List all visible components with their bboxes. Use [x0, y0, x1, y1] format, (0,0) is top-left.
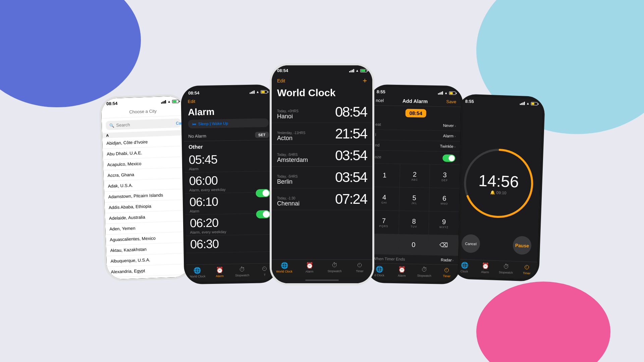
timer-icon: ⏲ [357, 262, 363, 269]
tab-stopwatch[interactable]: ⏱ Stopwatch [495, 263, 517, 275]
numpad-digit: 9 [442, 218, 446, 226]
tab-stopwatch[interactable]: ⏱ Stopwatch [413, 266, 436, 278]
numpad-key-6[interactable]: 6MNO [429, 188, 460, 212]
tab-label: Alarm [216, 274, 224, 278]
tab-stopwatch[interactable]: ⏱ Stopwatch [322, 262, 347, 273]
wc-list: Today, +0HRS Hanoi 08:54 Yesterday, -11H… [272, 101, 372, 259]
aa-time-display: 08:54 [371, 106, 461, 121]
tab-world-clock[interactable]: 🌐 World Clock [186, 266, 209, 278]
numpad-letters: ABC [411, 178, 418, 181]
tab-alarm[interactable]: ⏰ Alarm [297, 262, 322, 273]
wc-edit-btn[interactable]: Edit [277, 78, 285, 83]
aa-save-btn[interactable]: Save [446, 99, 457, 105]
phone-1-inner: 08:54 ▲ [101, 96, 191, 280]
phone-3: 08:54 ▲ [270, 63, 374, 285]
wc-time: 21:54 [335, 126, 367, 142]
phone-4-screen: 8:55 ▲ [368, 86, 461, 283]
tab-alarm[interactable]: ⏰ Alarm [475, 262, 496, 274]
search-bar[interactable]: 🔍 Can [106, 118, 181, 130]
toggle-thumb [263, 211, 269, 218]
tab-timer[interactable]: ⏲ Timer [435, 266, 458, 278]
numpad-key-3[interactable]: 3DEF [430, 165, 460, 188]
aa-title: Add Alarm [402, 98, 428, 104]
numpad-digit: 3 [443, 171, 447, 179]
tab-timer[interactable]: ⏲ Timer [516, 263, 537, 276]
search-input[interactable] [116, 121, 172, 128]
phone-4: 8:55 ▲ [366, 84, 463, 285]
signal-bar-4 [165, 100, 166, 103]
signal-icon [438, 91, 443, 95]
aa-setting-sound[interactable]: nd Twinkle › [370, 140, 461, 152]
phone-2-status-icons: ▲ [250, 90, 267, 94]
alarm-edit-btn[interactable]: Edit [188, 99, 196, 104]
alarm-icon: ⏰ [216, 266, 223, 274]
numpad-key-9[interactable]: 9WXYZ [429, 212, 459, 235]
timer-ring-container: 14:56 🔔 09:10 [461, 145, 537, 222]
snooze-toggle[interactable] [442, 154, 455, 162]
aa-sound-label: nd [375, 143, 380, 147]
set-btn[interactable]: SET [255, 132, 269, 138]
phone-3-inner: 08:54 ▲ [272, 65, 372, 283]
globe-icon: 🌐 [194, 267, 201, 274]
phone-4-time: 8:55 [377, 89, 385, 94]
city-header-title: Choose a City [129, 109, 157, 115]
phone-1: 08:54 ▲ [99, 94, 192, 282]
battery-fill [261, 91, 265, 93]
cancel-timer-btn[interactable]: Cancel [461, 234, 480, 253]
phone-5-screen: 8:55 ▲ [454, 96, 543, 280]
globe-icon: 🌐 [281, 262, 288, 269]
numpad-key-5[interactable]: 5JKL [399, 187, 429, 211]
phones-container: 08:54 ▲ [0, 0, 644, 362]
wc-add-btn[interactable]: + [363, 76, 367, 85]
numpad-key-2[interactable]: 2ABC [400, 164, 430, 188]
aa-cancel-btn[interactable]: ncel [376, 98, 384, 103]
phone-2-time: 08:54 [188, 90, 200, 96]
aa-current-time: 08:54 [405, 109, 426, 117]
numpad-key-8[interactable]: 8TUV [399, 211, 429, 235]
tab-world-clock[interactable]: 🌐 World Clock [272, 262, 297, 273]
alarm-row-3[interactable]: 06:20 Alarm, every weekday [185, 214, 275, 236]
numpad-digit: 6 [442, 194, 446, 202]
signal-bar-1 [161, 102, 162, 104]
signal-bar-3 [164, 101, 165, 103]
chevron-right-icon: › [454, 145, 456, 148]
tab-bar: 🌐 Clock ⏰ Alarm ⏱ Stopwatch ⏲ Timer [454, 259, 538, 280]
wc-time: 03:54 [335, 169, 367, 185]
aa-setting-snooze[interactable]: oze [370, 150, 460, 165]
wifi-icon: ▲ [167, 100, 171, 103]
tab-alarm[interactable]: ⏰ Alarm [390, 266, 413, 278]
numpad-digit: 2 [413, 170, 417, 178]
aa-setting-label-row[interactable]: l Alarm › [370, 130, 461, 142]
battery-icon [172, 100, 179, 103]
numpad-key-0[interactable]: 0 [398, 234, 429, 255]
alarm-icon: ⏰ [398, 266, 406, 273]
wc-city: Berlin [277, 178, 298, 185]
battery-icon [531, 102, 538, 106]
tab-bar: 🌐 World Clock ⏰ Alarm ⏱ Stopwatch ⏲ Time… [272, 259, 372, 277]
numpad-key-delete[interactable]: ⌫ [429, 235, 459, 256]
wc-left: Today, -5HRS Amsterdam [277, 153, 308, 164]
timer-icon: ⏲ [262, 265, 268, 273]
signal-icon [161, 100, 166, 104]
tab-timer[interactable]: ⏲ Timer [347, 262, 372, 273]
stopwatch-icon: ⏱ [332, 262, 338, 269]
alarm-row-0[interactable]: 05:45 Alarm [184, 150, 274, 173]
globe-icon: 🌐 [376, 265, 383, 273]
alarm-icon: ⏰ [481, 262, 489, 270]
phone-3-time: 08:54 [277, 68, 288, 73]
pause-timer-btn[interactable]: Pause [513, 236, 532, 255]
wc-item-1: Yesterday, -11HRS Acton 21:54 [272, 123, 372, 145]
alarm-toggle[interactable] [256, 189, 270, 197]
tab-alarm[interactable]: ⏰ Alarm [208, 266, 231, 278]
alarm-toggle[interactable] [256, 210, 270, 219]
signal-bar-2 [162, 101, 163, 103]
aa-setting-repeat[interactable]: eat Never › [371, 119, 461, 131]
aa-repeat-label: eat [375, 122, 381, 127]
timer-icon: ⏲ [524, 264, 530, 271]
numpad-digit: 5 [413, 194, 417, 201]
alarm-row-4[interactable]: 06:30 [185, 235, 276, 253]
wc-day-info: Today, -1:30 [277, 196, 300, 200]
when-timer-label: When Timer Ends [373, 256, 405, 262]
wc-day-info: Today, +0HRS [277, 109, 299, 113]
tab-stopwatch[interactable]: ⏱ Stopwatch [231, 266, 254, 278]
